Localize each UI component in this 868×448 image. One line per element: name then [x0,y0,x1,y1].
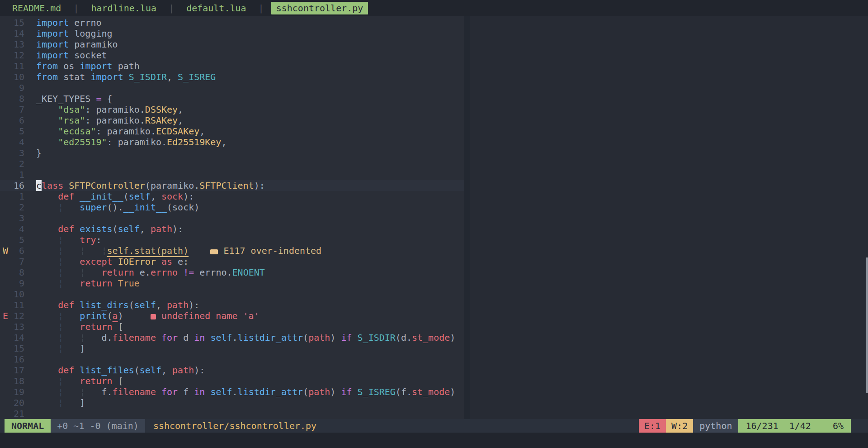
tab-item-README.md[interactable]: README.md [7,2,66,14]
code-line[interactable]: 21 [0,408,868,419]
code-line[interactable]: E12 ¦ print(a) undefined name 'a' [0,310,868,321]
code-line[interactable]: 19 ¦ ¦ f.filename for f in self.listdir_… [0,386,868,397]
line-number: 10 [13,71,24,82]
sign-column [0,332,13,343]
code-line[interactable]: 3} [0,148,868,158]
tab-item-default.lua[interactable]: default.lua [181,2,251,14]
gutter: 10 [0,289,36,300]
sign-column [0,343,13,354]
line-number: 2 [13,202,24,213]
code-text: import errno [36,17,102,28]
code-text: "dsa": paramiko.DSSKey, [36,104,183,115]
code-line[interactable]: 13 ¦ return [ [0,321,868,332]
code-line[interactable]: 7 "dsa": paramiko.DSSKey, [0,104,868,115]
sign-column [0,256,13,267]
gutter: 21 [0,408,36,419]
sign-column [0,278,13,289]
warning-pill-icon [210,249,218,254]
warning-count-badge: W:2 [666,419,693,433]
gutter: 9 [0,278,36,289]
line-number: 12 [13,310,24,321]
cursor-position-segment: 16/2311/426% [738,419,851,433]
code-line[interactable]: 5 "ecdsa": paramiko.ECDSAKey, [0,126,868,137]
gutter: 19 [0,386,36,397]
line-number: 11 [13,300,24,310]
code-line[interactable]: 15import errno [0,17,868,28]
code-line[interactable]: 2 ¦ super().__init__(sock) [0,202,868,213]
code-line[interactable]: 16class SFTPController(paramiko.SFTPClie… [0,180,868,191]
sign-column [0,104,13,115]
code-text: ¦ return [ [36,376,123,386]
code-text: def list_files(self, path): [36,365,205,376]
code-line[interactable]: 1 [0,169,868,180]
line-number: 1 [13,169,24,180]
code-line[interactable]: 2 [0,158,868,169]
code-text: ¦ ¦ f.filename for f in self.listdir_att… [36,386,455,397]
code-line[interactable]: 4 "ed25519": paramiko.Ed25519Key, [0,137,868,148]
code-line[interactable]: 18 ¦ return [ [0,376,868,386]
gutter: W6 [0,245,36,256]
gutter: 4 [0,224,36,234]
tab-item-sshcontroller.py[interactable]: sshcontroller.py [271,2,368,14]
code-text: import paramiko [36,39,118,50]
code-line[interactable]: 14 ¦ ¦ d.filename for d in self.listdir_… [0,332,868,343]
code-line[interactable]: 5 ¦ try: [0,234,868,245]
code-line[interactable]: 8_KEY_TYPES = { [0,93,868,104]
code-line[interactable]: 16 [0,354,868,365]
sign-column [0,397,13,408]
code-area: 15import errno14import logging13import p… [0,16,868,419]
gutter: 7 [0,256,36,267]
sign-column [0,191,13,202]
sign-column [0,376,13,386]
sign-column [0,354,13,365]
sign-column [0,408,13,419]
tab-separator: | [66,3,86,14]
cursor-block: c [36,180,42,191]
line-number: 20 [13,397,24,408]
code-text: ¦ except IOError as e: [36,256,189,267]
gutter: 20 [0,397,36,408]
code-line[interactable]: 15 ¦ ] [0,343,868,354]
code-line[interactable]: 20 ¦ ] [0,397,868,408]
code-line[interactable]: 14import logging [0,28,868,39]
code-line[interactable]: 17 def list_files(self, path): [0,365,868,376]
code-text: ¦ ¦ ¦self.stat(path) E117 over-indented [36,245,321,256]
gutter: 9 [0,82,36,93]
code-line[interactable]: 10from stat import S_ISDIR, S_ISREG [0,71,868,82]
line-number: 15 [13,17,24,28]
tab-item-hardline.lua[interactable]: hardline.lua [86,2,162,14]
sign-column [0,158,13,169]
code-line[interactable]: 12import socket [0,50,868,61]
code-line[interactable]: 1 def __init__(self, sock): [0,191,868,202]
gutter: 8 [0,93,36,104]
code-line[interactable]: 10 [0,289,868,300]
code-line[interactable]: W6 ¦ ¦ ¦self.stat(path) E117 over-indent… [0,245,868,256]
sign-column [0,115,13,126]
code-line[interactable]: 6 "rsa": paramiko.RSAKey, [0,115,868,126]
gutter: 7 [0,104,36,115]
line-number: 14 [13,332,24,343]
code-line[interactable]: 9 ¦ return True [0,278,868,289]
tab-separator: | [161,3,181,14]
sign-column [0,169,13,180]
gutter: E12 [0,310,36,321]
code-line[interactable]: 11 def list_dirs(self, path): [0,300,868,310]
code-line[interactable]: 7 ¦ except IOError as e: [0,256,868,267]
code-text: def exists(self, path): [36,224,183,234]
code-line[interactable]: 8 ¦ ¦ return e.errno != errno.ENOENT [0,267,868,278]
code-text: ¦ return [ [36,321,123,332]
diagnostic-sign-error: E [0,310,13,321]
code-line[interactable]: 3 [0,213,868,224]
gutter: 11 [0,61,36,71]
gutter: 13 [0,321,36,332]
code-text: from stat import S_ISDIR, S_ISREG [36,71,216,82]
gutter: 3 [0,213,36,224]
tab-separator: | [251,3,271,14]
code-line[interactable]: 13import paramiko [0,39,868,50]
code-line[interactable]: 9 [0,82,868,93]
code-line[interactable]: 4 def exists(self, path): [0,224,868,234]
scrollbar-thumb[interactable] [866,257,868,393]
command-line[interactable] [0,433,868,448]
sign-column [0,82,13,93]
code-line[interactable]: 11from os import path [0,61,868,71]
